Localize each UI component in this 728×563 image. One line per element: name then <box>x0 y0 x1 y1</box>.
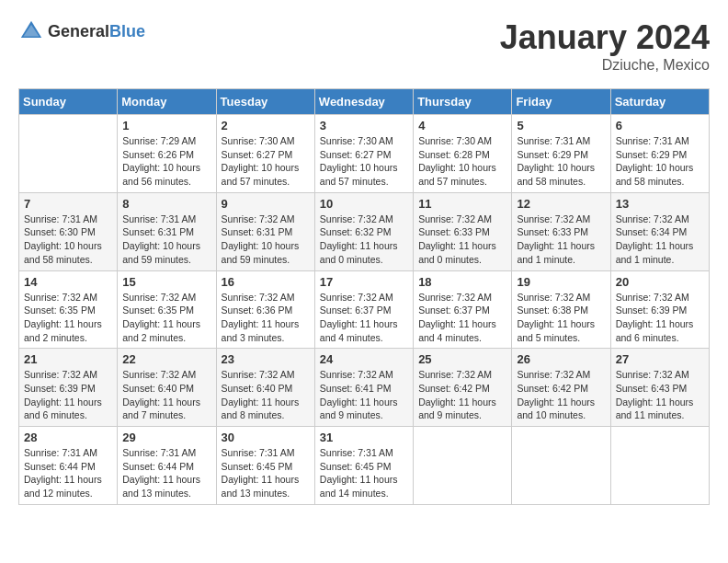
day-info: Sunrise: 7:32 AM Sunset: 6:38 PM Dayligh… <box>517 291 605 345</box>
day-info: Sunrise: 7:31 AM Sunset: 6:31 PM Dayligh… <box>122 213 210 267</box>
calendar-cell <box>414 427 512 505</box>
calendar-cell <box>19 115 118 193</box>
calendar-cell: 8Sunrise: 7:31 AM Sunset: 6:31 PM Daylig… <box>118 192 216 270</box>
calendar-cell: 5Sunrise: 7:31 AM Sunset: 6:29 PM Daylig… <box>512 115 610 193</box>
day-number: 19 <box>517 275 605 289</box>
calendar-cell <box>512 427 610 505</box>
day-number: 14 <box>24 275 112 289</box>
day-number: 12 <box>517 197 605 211</box>
calendar-weekday-monday: Monday <box>118 89 216 115</box>
title-block: January 2024 Dziuche, Mexico <box>500 18 710 74</box>
day-number: 24 <box>320 352 408 366</box>
day-number: 11 <box>418 197 506 211</box>
calendar-cell: 12Sunrise: 7:32 AM Sunset: 6:33 PM Dayli… <box>512 192 610 270</box>
calendar-cell <box>610 427 709 505</box>
calendar-cell: 17Sunrise: 7:32 AM Sunset: 6:37 PM Dayli… <box>314 270 413 349</box>
calendar-cell: 2Sunrise: 7:30 AM Sunset: 6:27 PM Daylig… <box>216 115 314 193</box>
day-info: Sunrise: 7:32 AM Sunset: 6:41 PM Dayligh… <box>320 368 408 422</box>
calendar-weekday-sunday: Sunday <box>19 89 118 115</box>
day-number: 30 <box>222 431 310 444</box>
calendar-cell: 21Sunrise: 7:32 AM Sunset: 6:39 PM Dayli… <box>19 349 118 427</box>
calendar-cell: 15Sunrise: 7:32 AM Sunset: 6:35 PM Dayli… <box>118 270 216 349</box>
day-info: Sunrise: 7:30 AM Sunset: 6:27 PM Dayligh… <box>320 134 408 189</box>
logo-blue-text: Blue <box>109 22 145 40</box>
logo-icon <box>18 18 44 44</box>
calendar-cell: 31Sunrise: 7:31 AM Sunset: 6:45 PM Dayli… <box>314 427 413 505</box>
day-info: Sunrise: 7:31 AM Sunset: 6:44 PM Dayligh… <box>24 446 112 500</box>
day-number: 31 <box>320 431 408 444</box>
day-info: Sunrise: 7:32 AM Sunset: 6:31 PM Dayligh… <box>222 213 310 267</box>
calendar-cell: 24Sunrise: 7:32 AM Sunset: 6:41 PM Dayli… <box>314 349 413 427</box>
calendar-cell: 27Sunrise: 7:32 AM Sunset: 6:43 PM Dayli… <box>610 349 709 427</box>
calendar-cell: 16Sunrise: 7:32 AM Sunset: 6:36 PM Dayli… <box>216 270 314 349</box>
day-info: Sunrise: 7:32 AM Sunset: 6:37 PM Dayligh… <box>418 291 506 345</box>
day-number: 29 <box>122 431 210 444</box>
day-number: 2 <box>222 119 310 132</box>
calendar-weekday-friday: Friday <box>512 89 610 115</box>
calendar-cell: 4Sunrise: 7:30 AM Sunset: 6:28 PM Daylig… <box>414 115 512 193</box>
calendar-week-row: 14Sunrise: 7:32 AM Sunset: 6:35 PM Dayli… <box>19 270 710 349</box>
calendar-week-row: 7Sunrise: 7:31 AM Sunset: 6:30 PM Daylig… <box>19 192 710 270</box>
calendar-weekday-saturday: Saturday <box>610 89 709 115</box>
day-info: Sunrise: 7:32 AM Sunset: 6:39 PM Dayligh… <box>616 291 704 345</box>
calendar-cell: 29Sunrise: 7:31 AM Sunset: 6:44 PM Dayli… <box>118 427 216 505</box>
calendar-cell: 20Sunrise: 7:32 AM Sunset: 6:39 PM Dayli… <box>610 270 709 349</box>
calendar-cell: 28Sunrise: 7:31 AM Sunset: 6:44 PM Dayli… <box>19 427 118 505</box>
calendar-cell: 3Sunrise: 7:30 AM Sunset: 6:27 PM Daylig… <box>314 115 413 193</box>
calendar-cell: 18Sunrise: 7:32 AM Sunset: 6:37 PM Dayli… <box>414 270 512 349</box>
page-title: January 2024 <box>500 18 710 57</box>
day-number: 21 <box>24 352 112 366</box>
day-info: Sunrise: 7:31 AM Sunset: 6:45 PM Dayligh… <box>222 446 310 500</box>
day-info: Sunrise: 7:31 AM Sunset: 6:29 PM Dayligh… <box>517 134 605 189</box>
day-number: 17 <box>320 275 408 289</box>
day-number: 6 <box>616 119 704 132</box>
day-info: Sunrise: 7:32 AM Sunset: 6:34 PM Dayligh… <box>616 213 704 267</box>
page-subtitle: Dziuche, Mexico <box>500 57 710 74</box>
day-number: 25 <box>418 352 506 366</box>
calendar-cell: 30Sunrise: 7:31 AM Sunset: 6:45 PM Dayli… <box>216 427 314 505</box>
day-number: 5 <box>517 119 605 132</box>
day-number: 4 <box>418 119 506 132</box>
day-info: Sunrise: 7:32 AM Sunset: 6:40 PM Dayligh… <box>122 368 210 422</box>
day-info: Sunrise: 7:29 AM Sunset: 6:26 PM Dayligh… <box>122 134 210 189</box>
calendar-cell: 22Sunrise: 7:32 AM Sunset: 6:40 PM Dayli… <box>118 349 216 427</box>
calendar-cell: 25Sunrise: 7:32 AM Sunset: 6:42 PM Dayli… <box>414 349 512 427</box>
day-info: Sunrise: 7:32 AM Sunset: 6:43 PM Dayligh… <box>616 368 704 422</box>
day-info: Sunrise: 7:30 AM Sunset: 6:27 PM Dayligh… <box>222 134 310 189</box>
calendar-cell: 26Sunrise: 7:32 AM Sunset: 6:42 PM Dayli… <box>512 349 610 427</box>
day-info: Sunrise: 7:32 AM Sunset: 6:36 PM Dayligh… <box>222 291 310 345</box>
logo-general-text: General <box>48 22 109 40</box>
calendar-cell: 19Sunrise: 7:32 AM Sunset: 6:38 PM Dayli… <box>512 270 610 349</box>
calendar-table: SundayMondayTuesdayWednesdayThursdayFrid… <box>18 88 710 505</box>
calendar-cell: 1Sunrise: 7:29 AM Sunset: 6:26 PM Daylig… <box>118 115 216 193</box>
day-number: 23 <box>222 352 310 366</box>
day-info: Sunrise: 7:32 AM Sunset: 6:40 PM Dayligh… <box>222 368 310 422</box>
day-info: Sunrise: 7:32 AM Sunset: 6:32 PM Dayligh… <box>320 213 408 267</box>
page-header: GeneralBlue January 2024 Dziuche, Mexico <box>18 18 710 74</box>
day-number: 22 <box>122 352 210 366</box>
calendar-cell: 13Sunrise: 7:32 AM Sunset: 6:34 PM Dayli… <box>610 192 709 270</box>
day-number: 7 <box>24 197 112 211</box>
day-number: 26 <box>517 352 605 366</box>
day-info: Sunrise: 7:31 AM Sunset: 6:45 PM Dayligh… <box>320 446 408 500</box>
day-info: Sunrise: 7:31 AM Sunset: 6:29 PM Dayligh… <box>616 134 704 189</box>
day-info: Sunrise: 7:32 AM Sunset: 6:37 PM Dayligh… <box>320 291 408 345</box>
day-info: Sunrise: 7:30 AM Sunset: 6:28 PM Dayligh… <box>418 134 506 189</box>
calendar-cell: 9Sunrise: 7:32 AM Sunset: 6:31 PM Daylig… <box>216 192 314 270</box>
day-info: Sunrise: 7:32 AM Sunset: 6:35 PM Dayligh… <box>24 291 112 345</box>
calendar-week-row: 1Sunrise: 7:29 AM Sunset: 6:26 PM Daylig… <box>19 115 710 193</box>
calendar-header-row: SundayMondayTuesdayWednesdayThursdayFrid… <box>19 89 710 115</box>
day-info: Sunrise: 7:32 AM Sunset: 6:33 PM Dayligh… <box>418 213 506 267</box>
day-number: 27 <box>616 352 704 366</box>
day-number: 1 <box>122 119 210 132</box>
day-info: Sunrise: 7:31 AM Sunset: 6:30 PM Dayligh… <box>24 213 112 267</box>
day-number: 16 <box>222 275 310 289</box>
calendar-week-row: 28Sunrise: 7:31 AM Sunset: 6:44 PM Dayli… <box>19 427 710 505</box>
calendar-cell: 11Sunrise: 7:32 AM Sunset: 6:33 PM Dayli… <box>414 192 512 270</box>
day-info: Sunrise: 7:31 AM Sunset: 6:44 PM Dayligh… <box>122 446 210 500</box>
day-number: 28 <box>24 431 112 444</box>
day-info: Sunrise: 7:32 AM Sunset: 6:33 PM Dayligh… <box>517 213 605 267</box>
calendar-cell: 10Sunrise: 7:32 AM Sunset: 6:32 PM Dayli… <box>314 192 413 270</box>
calendar-weekday-thursday: Thursday <box>414 89 512 115</box>
day-info: Sunrise: 7:32 AM Sunset: 6:35 PM Dayligh… <box>122 291 210 345</box>
